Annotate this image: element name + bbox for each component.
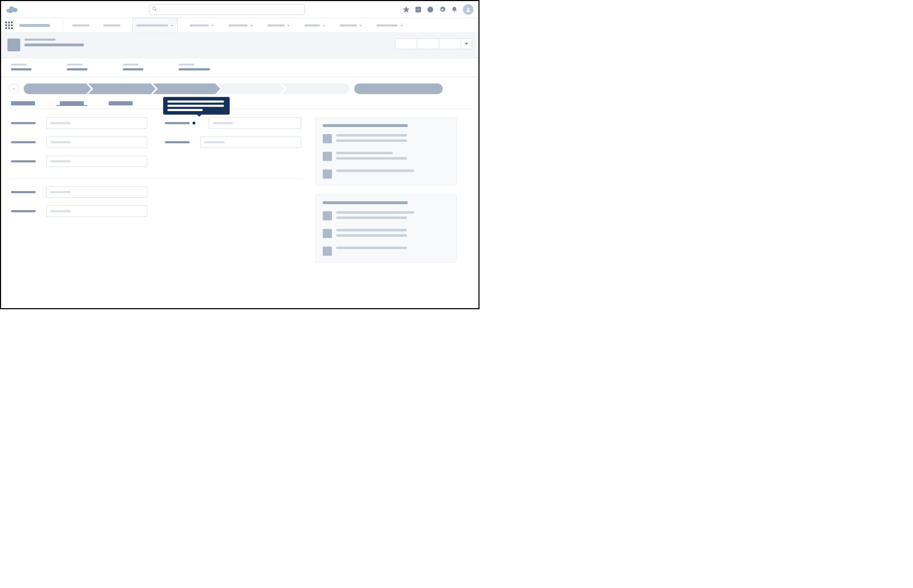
nav-tab-label — [304, 24, 320, 26]
list-item[interactable] — [323, 134, 449, 143]
chevron-down-icon[interactable] — [287, 22, 290, 29]
svg-point-4 — [153, 7, 156, 10]
nav-tab-8[interactable] — [374, 18, 406, 32]
item-line-1 — [336, 211, 414, 214]
chevron-down-icon[interactable] — [170, 22, 174, 29]
field-input[interactable] — [46, 205, 147, 217]
field-input[interactable] — [200, 137, 301, 148]
nav-tab-0[interactable] — [70, 18, 91, 32]
svg-marker-13 — [465, 43, 468, 45]
field-label — [11, 210, 36, 212]
item-icon — [323, 170, 332, 179]
nav-tab-1[interactable] — [101, 18, 123, 32]
form-row — [11, 205, 147, 217]
nav-tab-5[interactable] — [265, 18, 292, 32]
item-icon — [323, 211, 332, 220]
field-input[interactable] — [46, 156, 147, 167]
field-label — [165, 122, 190, 124]
app-name — [19, 24, 50, 27]
field-input[interactable] — [46, 137, 147, 148]
field-label — [165, 141, 190, 143]
svg-point-3 — [8, 10, 13, 13]
record-action-3[interactable] — [439, 39, 461, 49]
nav-tab-4[interactable] — [226, 18, 255, 32]
list-item[interactable] — [323, 152, 449, 161]
item-line-1 — [336, 229, 407, 231]
search-icon — [152, 6, 157, 13]
field-help-indicator[interactable] — [192, 122, 196, 124]
item-line-2 — [336, 157, 407, 160]
chevron-down-icon[interactable] — [211, 22, 215, 29]
field-input[interactable] — [209, 118, 301, 129]
field-value — [213, 122, 233, 124]
path-stage-1[interactable] — [88, 84, 155, 94]
path-complete-button[interactable] — [354, 84, 443, 94]
detail-tabset — [1, 101, 478, 109]
nav-tab-label — [377, 24, 398, 26]
path-stage-2[interactable] — [153, 84, 220, 94]
svg-point-12 — [467, 7, 469, 9]
item-icon — [323, 152, 332, 161]
related-card-0 — [315, 118, 457, 186]
field-input[interactable] — [46, 118, 147, 129]
list-item[interactable] — [323, 229, 449, 238]
chevron-down-icon[interactable] — [250, 22, 254, 29]
path-stage-0[interactable] — [24, 84, 91, 94]
search-box[interactable] — [149, 4, 305, 15]
item-icon — [323, 134, 332, 143]
user-avatar[interactable] — [463, 4, 473, 15]
item-icon — [323, 229, 332, 238]
field-label — [11, 122, 36, 124]
section-divider — [11, 178, 301, 179]
nav-tab-6[interactable] — [302, 18, 328, 32]
chevron-down-icon[interactable] — [359, 22, 362, 29]
help-icon[interactable] — [427, 6, 434, 13]
nav-tab-7[interactable] — [338, 18, 365, 32]
path-stage-4[interactable] — [282, 84, 349, 94]
field-value — [50, 122, 71, 124]
add-icon[interactable] — [415, 6, 422, 13]
highlight-value — [67, 68, 87, 70]
list-item[interactable] — [323, 211, 449, 220]
form-row — [11, 118, 147, 129]
highlight-value — [11, 68, 31, 70]
chevron-down-icon[interactable] — [322, 22, 326, 29]
detail-tab-1[interactable] — [60, 101, 84, 105]
path-component — [1, 77, 478, 101]
chevron-down-icon[interactable] — [400, 22, 403, 29]
notifications-bell-icon[interactable] — [451, 6, 458, 13]
record-header — [1, 33, 478, 58]
detail-tab-2[interactable] — [109, 101, 133, 105]
card-title — [323, 201, 408, 204]
item-line-2 — [336, 234, 407, 237]
item-icon — [323, 247, 332, 256]
field-value — [50, 191, 71, 193]
form-row — [11, 137, 147, 148]
field-value — [50, 160, 71, 162]
path-expand-toggle[interactable] — [9, 84, 19, 94]
field-input[interactable] — [46, 186, 147, 198]
setup-gear-icon[interactable] — [439, 6, 446, 13]
record-action-2[interactable] — [417, 39, 439, 49]
related-sidebar — [315, 118, 457, 263]
nav-tab-3[interactable] — [187, 18, 217, 32]
search-input[interactable] — [159, 7, 302, 12]
path-stage-3[interactable] — [217, 84, 284, 94]
favorites-icon[interactable] — [403, 6, 410, 13]
item-line-2 — [336, 139, 407, 142]
item-line-1 — [336, 247, 407, 249]
item-line-1 — [336, 134, 407, 137]
highlight-field-1 — [67, 64, 87, 70]
salesforce-logo — [6, 5, 18, 14]
record-action-more[interactable] — [461, 39, 472, 49]
app-nav — [1, 18, 478, 33]
highlight-label — [179, 64, 194, 65]
nav-tab-2[interactable] — [133, 18, 178, 32]
item-line-2 — [336, 216, 407, 219]
list-item[interactable] — [323, 170, 449, 179]
record-action-1[interactable] — [395, 39, 417, 49]
app-launcher-icon[interactable] — [5, 22, 13, 29]
highlight-field-2 — [123, 64, 143, 70]
detail-tab-0[interactable] — [11, 101, 35, 105]
list-item[interactable] — [323, 247, 449, 256]
